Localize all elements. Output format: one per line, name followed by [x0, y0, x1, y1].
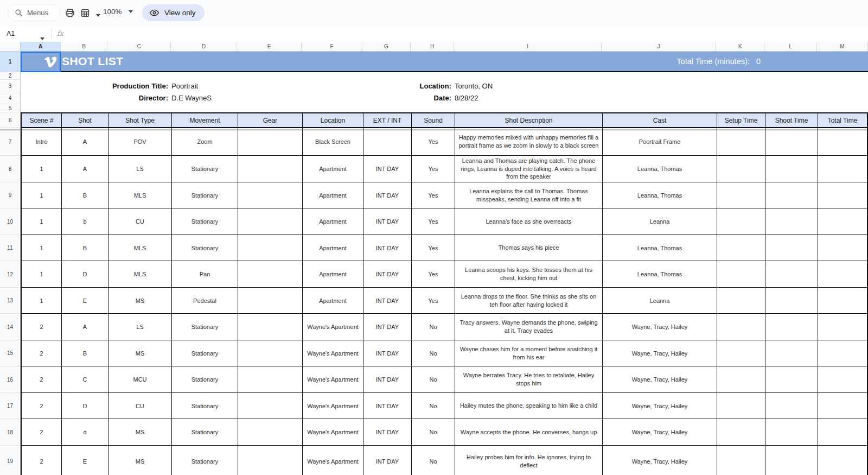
- table-cell[interactable]: [238, 446, 303, 475]
- table-cell[interactable]: 1: [22, 261, 62, 288]
- table-cell[interactable]: E: [62, 446, 108, 475]
- table-cell[interactable]: B: [62, 340, 108, 366]
- row-header-15[interactable]: 15: [0, 340, 21, 366]
- table-cell[interactable]: Leanna: [603, 288, 717, 314]
- table-header-cell[interactable]: Location: [303, 113, 363, 128]
- table-cell[interactable]: Yes: [412, 128, 455, 156]
- table-cell[interactable]: 1: [22, 288, 62, 314]
- table-cell[interactable]: Wayne's Apartment: [303, 340, 363, 366]
- table-header-cell[interactable]: Shot Description: [455, 113, 603, 128]
- table-cell[interactable]: [238, 366, 303, 393]
- table-cell[interactable]: INT DAY: [363, 366, 412, 393]
- row-header-12[interactable]: 12: [0, 261, 21, 288]
- table-cell[interactable]: Leanna scoops his keys. She tosses them …: [455, 261, 603, 288]
- table-cell[interactable]: A: [62, 156, 108, 182]
- table-cell[interactable]: Leanna explains the call to Thomas. Thom…: [455, 182, 603, 208]
- table-cell[interactable]: [238, 208, 303, 235]
- table-cell[interactable]: [818, 128, 867, 156]
- table-cell[interactable]: Wayne chases him for a moment before sna…: [455, 340, 603, 366]
- table-cell[interactable]: E: [62, 288, 108, 314]
- table-cell[interactable]: b: [62, 208, 108, 235]
- column-header-L[interactable]: L: [764, 42, 817, 52]
- table-cell[interactable]: [765, 446, 818, 475]
- row-header-10[interactable]: 10: [0, 208, 21, 235]
- table-cell[interactable]: [765, 128, 818, 156]
- table-cell[interactable]: [818, 446, 867, 475]
- table-cell[interactable]: D: [62, 261, 108, 288]
- table-cell[interactable]: INT DAY: [363, 235, 412, 261]
- table-cell[interactable]: 1: [22, 156, 62, 182]
- table-cell[interactable]: Leanna: [603, 208, 717, 235]
- table-cell[interactable]: [238, 340, 303, 366]
- table-cell[interactable]: [765, 419, 818, 446]
- table-cell[interactable]: Wayne, Tracy, Hailey: [603, 393, 717, 419]
- row-header-4[interactable]: 4: [0, 92, 21, 104]
- row-header-16[interactable]: 16: [0, 366, 21, 393]
- table-cell[interactable]: 1: [22, 208, 62, 235]
- table-cell[interactable]: [238, 261, 303, 288]
- table-cell[interactable]: 2: [22, 419, 62, 446]
- table-cell[interactable]: [717, 182, 765, 208]
- table-cell[interactable]: [717, 446, 765, 475]
- name-box-caret-icon[interactable]: [40, 33, 44, 42]
- row-header-17[interactable]: 17: [0, 393, 21, 419]
- table-cell[interactable]: Leanna drops to the floor. She thinks as…: [455, 288, 603, 314]
- table-cell[interactable]: Stationary: [172, 235, 238, 261]
- table-cell[interactable]: Stationary: [172, 314, 238, 340]
- table-cell[interactable]: MS: [108, 446, 172, 475]
- table-cell[interactable]: Poortrait Frame: [603, 128, 717, 156]
- table-cell[interactable]: 2: [22, 314, 62, 340]
- table-cell[interactable]: Tracy answers. Wayne demands the phone, …: [455, 314, 603, 340]
- table-cell[interactable]: No: [412, 393, 455, 419]
- table-cell[interactable]: Wayne's Apartment: [303, 446, 363, 475]
- row-header-5[interactable]: 5: [0, 104, 21, 112]
- table-header-cell[interactable]: EXT / INT: [363, 113, 412, 128]
- table-cell[interactable]: 2: [22, 446, 62, 475]
- table-cell[interactable]: [717, 208, 765, 235]
- title-banner-cell[interactable]: SHOT LIST Total Time (minutes): 0: [21, 52, 868, 72]
- print-icon[interactable]: [65, 8, 75, 18]
- table-cell[interactable]: Stationary: [172, 393, 238, 419]
- table-cell[interactable]: [717, 419, 765, 446]
- name-box[interactable]: A1: [7, 26, 15, 42]
- table-cell[interactable]: Apartment: [303, 235, 363, 261]
- table-cell[interactable]: INT DAY: [363, 340, 412, 366]
- table-cell[interactable]: Hailey probes him for info. He ignores, …: [455, 446, 603, 475]
- table-cell[interactable]: Apartment: [303, 288, 363, 314]
- table-cell[interactable]: Happy memories mixed with unhappy memori…: [455, 128, 603, 156]
- table-cell[interactable]: Zoom: [172, 128, 238, 156]
- table-cell[interactable]: Wayne, Tracy, Hailey: [603, 366, 717, 393]
- table-cell[interactable]: No: [412, 419, 455, 446]
- table-cell[interactable]: Wayne, Tracy, Hailey: [603, 446, 717, 475]
- table-cell[interactable]: Yes: [412, 182, 455, 208]
- table-cell[interactable]: [238, 235, 303, 261]
- select-all-corner[interactable]: [0, 42, 21, 52]
- table-cell[interactable]: [238, 419, 303, 446]
- table-cell[interactable]: [765, 182, 818, 208]
- table-cell[interactable]: [818, 156, 867, 182]
- menus-button[interactable]: Menus: [8, 4, 60, 21]
- view-only-badge[interactable]: View only: [142, 4, 205, 21]
- table-cell[interactable]: Yes: [412, 261, 455, 288]
- table-cell[interactable]: 2: [22, 340, 62, 366]
- table-cell[interactable]: [765, 340, 818, 366]
- table-cell[interactable]: 2: [22, 366, 62, 393]
- table-cell[interactable]: Wayne, Tracy, Hailey: [603, 340, 717, 366]
- table-cell[interactable]: Leanna and Thomas are playing catch. The…: [455, 156, 603, 182]
- table-cell[interactable]: INT DAY: [363, 314, 412, 340]
- table-cell[interactable]: d: [62, 419, 108, 446]
- table-cell[interactable]: MS: [108, 288, 172, 314]
- table-cell[interactable]: [717, 340, 765, 366]
- table-cell[interactable]: Hailey mutes the phone, speaking to him …: [455, 393, 603, 419]
- table-cell[interactable]: 1: [22, 182, 62, 208]
- table-cell[interactable]: Apartment: [303, 208, 363, 235]
- table-cell[interactable]: POV: [108, 128, 172, 156]
- production-title-value[interactable]: Poortrait: [171, 80, 198, 92]
- row-header-1[interactable]: 1: [0, 52, 21, 72]
- column-header-E[interactable]: E: [237, 42, 302, 52]
- table-cell[interactable]: [238, 393, 303, 419]
- column-header-C[interactable]: C: [107, 42, 171, 52]
- table-cell[interactable]: Yes: [412, 208, 455, 235]
- table-cell[interactable]: Pan: [172, 261, 238, 288]
- table-cell[interactable]: Wayne accepts the phone. He converses, h…: [455, 419, 603, 446]
